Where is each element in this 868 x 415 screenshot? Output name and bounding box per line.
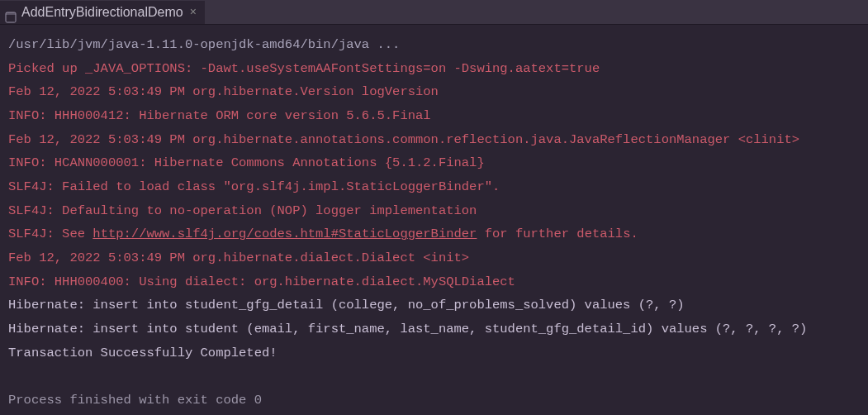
run-tab[interactable]: AddEntryBidirectionalDemo × <box>0 0 205 24</box>
tab-bar: AddEntryBidirectionalDemo × <box>0 0 868 25</box>
console-line: INFO: HCANN000001: Hibernate Commons Ann… <box>8 151 860 175</box>
console-line: Hibernate: insert into student (email, f… <box>8 317 860 341</box>
tab-title: AddEntryBidirectionalDemo <box>21 0 183 25</box>
svg-rect-1 <box>6 12 16 15</box>
console-line: Feb 12, 2022 5:03:49 PM org.hibernate.an… <box>8 128 860 152</box>
console-line: Hibernate: insert into student_gfg_detai… <box>8 293 860 317</box>
console-line: SLF4J: Failed to load class "org.slf4j.i… <box>8 175 860 199</box>
console-line: INFO: HHH000412: Hibernate ORM core vers… <box>8 104 860 128</box>
console-line: Picked up _JAVA_OPTIONS: -Dawt.useSystem… <box>8 57 860 81</box>
console-line: SLF4J: See http://www.slf4j.org/codes.ht… <box>8 222 860 246</box>
console-line: INFO: HHH000400: Using dialect: org.hibe… <box>8 270 860 294</box>
console-line: Feb 12, 2022 5:03:49 PM org.hibernate.di… <box>8 246 860 270</box>
console-icon <box>5 7 17 18</box>
console-line: Feb 12, 2022 5:03:49 PM org.hibernate.Ve… <box>8 80 860 104</box>
console-line: Transaction Successfully Completed! <box>8 341 860 365</box>
log-link[interactable]: http://www.slf4j.org/codes.html#StaticLo… <box>92 227 477 241</box>
console-line <box>8 365 860 389</box>
console-line: /usr/lib/jvm/java-1.11.0-openjdk-amd64/b… <box>8 33 860 57</box>
console-output[interactable]: /usr/lib/jvm/java-1.11.0-openjdk-amd64/b… <box>0 25 868 415</box>
console-line: SLF4J: Defaulting to no-operation (NOP) … <box>8 199 860 223</box>
close-icon[interactable]: × <box>188 2 198 23</box>
console-line: Process finished with exit code 0 <box>8 389 860 413</box>
